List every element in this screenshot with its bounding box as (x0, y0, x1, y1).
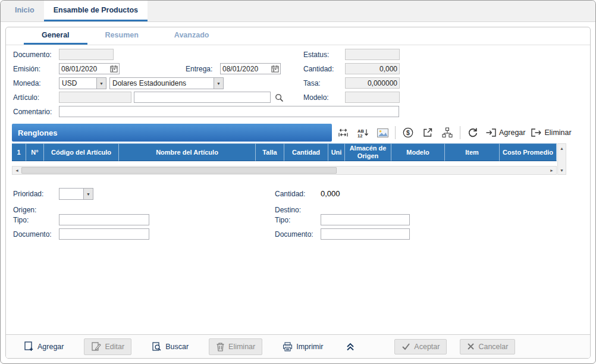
articulo-codigo-input[interactable] (59, 92, 131, 103)
grid-eliminar-button[interactable]: Eliminar (531, 128, 571, 137)
estatus-input[interactable] (345, 49, 400, 60)
documento-label: Documento: (13, 51, 52, 59)
cantidad-total-label: Cantidad: (275, 190, 305, 198)
footer-toolbar: Agregar Editar Buscar Eliminar Imprimir (6, 334, 590, 358)
sort-ab12-icon[interactable]: AB12 (356, 125, 370, 140)
destino-label: Destino: (275, 206, 301, 214)
scroll-up-icon[interactable]: ▲ (558, 144, 566, 152)
grid-eliminar-label: Eliminar (544, 128, 571, 137)
documento-destino-input[interactable] (321, 228, 410, 240)
modelo-input[interactable] (345, 92, 400, 103)
tipo-destino-input[interactable] (321, 214, 410, 225)
export-icon[interactable] (421, 125, 435, 140)
app-window: Inicio Ensamble de Productos General Res… (0, 0, 596, 364)
cantidad-label: Cantidad: (303, 65, 334, 73)
cancelar-button[interactable]: Cancelar (460, 339, 515, 354)
tab-resumen[interactable]: Resumen (87, 27, 156, 45)
prioridad-select[interactable]: ▼ (59, 188, 93, 200)
aceptar-button[interactable]: Aceptar (394, 339, 447, 354)
articulo-nombre-input[interactable] (134, 92, 271, 103)
tab-ensamble-de-productos[interactable]: Ensamble de Productos (44, 1, 148, 21)
hscroll-track[interactable] (337, 167, 547, 174)
grid-col-cantidad[interactable]: Cantidad (284, 143, 328, 161)
grid-toolbar: AB12 $ (336, 125, 572, 140)
calendar-icon[interactable] (270, 65, 280, 73)
grid-col-costo[interactable]: Costo Promedio (500, 143, 557, 161)
tab-inicio[interactable]: Inicio (5, 1, 44, 21)
tipo-origen-label: Tipo: (13, 216, 29, 224)
grid-col-uni[interactable]: Uni (328, 143, 345, 161)
currency-icon[interactable]: $ (401, 125, 415, 140)
buscar-label: Buscar (165, 343, 189, 351)
grid-col-numero[interactable]: N° (26, 143, 44, 161)
add-row-icon (485, 128, 497, 137)
close-icon (467, 343, 475, 350)
cantidad-total-value: 0,000 (321, 189, 340, 198)
image-icon[interactable] (375, 125, 390, 140)
search-document-icon (152, 342, 162, 352)
entrega-date-value: 08/01/2020 (221, 65, 270, 73)
entrega-date-input[interactable]: 08/01/2020 (220, 63, 281, 74)
collapse-toolbar-button[interactable] (343, 340, 357, 353)
imprimir-button[interactable]: Imprimir (275, 338, 330, 355)
search-icon[interactable] (273, 92, 285, 103)
nav-arrows-icon[interactable] (336, 125, 350, 140)
double-chevron-up-icon (346, 343, 355, 351)
scroll-down-icon[interactable]: ▼ (558, 166, 566, 174)
renglones-grid: 1 N° Código del Artículo Nombre del Artí… (12, 143, 584, 175)
refresh-icon[interactable] (466, 125, 480, 140)
imprimir-label: Imprimir (296, 343, 323, 351)
tipo-origen-input[interactable] (59, 214, 149, 225)
documento-origen-label: Documento: (13, 230, 52, 239)
grid-col-item[interactable]: Item (445, 143, 500, 161)
grid-col-almacen[interactable]: Almacén de Origen (345, 143, 391, 161)
emision-date-input[interactable]: 08/01/2020 (59, 63, 120, 74)
main-panel: General Resumen Avanzado Documento: Esta… (5, 27, 591, 359)
moneda-code-select[interactable]: USD ▼ (59, 77, 106, 89)
buscar-button[interactable]: Buscar (145, 338, 196, 355)
hscroll-thumb[interactable] (21, 167, 337, 174)
grid-col-modelo[interactable]: Modelo (391, 143, 445, 161)
grid-agregar-button[interactable]: Agregar (485, 128, 525, 137)
cantidad-input[interactable] (345, 63, 400, 74)
tab-avanzado[interactable]: Avanzado (156, 27, 227, 45)
documento-origen-input[interactable] (59, 228, 149, 240)
grid-vertical-scrollbar[interactable]: ▲ ▼ (557, 143, 566, 175)
moneda-name-select[interactable]: Dolares Estadounidens ▼ (109, 77, 224, 89)
check-icon (401, 343, 410, 350)
grid-col-talla[interactable]: Talla (256, 143, 284, 161)
tab-general[interactable]: General (24, 27, 87, 45)
prioridad-value (59, 189, 83, 199)
inner-tab-bar: General Resumen Avanzado (6, 27, 590, 45)
grid-main: 1 N° Código del Artículo Nombre del Artí… (12, 143, 557, 175)
aceptar-label: Aceptar (414, 343, 440, 351)
top-tab-bar: Inicio Ensamble de Productos (1, 1, 595, 22)
svg-text:12: 12 (357, 133, 362, 138)
chevron-down-icon: ▼ (83, 189, 93, 199)
tasa-label: Tasa: (303, 79, 321, 87)
details-form: Prioridad: ▼ Cantidad: 0,000 Origen: Des… (6, 188, 590, 245)
eliminar-button[interactable]: Eliminar (209, 338, 262, 355)
grid-col-codigo[interactable]: Código del Artículo (44, 143, 119, 161)
tasa-input[interactable] (345, 77, 400, 89)
grid-horizontal-scrollbar[interactable]: ◄ ► (12, 166, 557, 175)
agregar-button[interactable]: Agregar (17, 338, 71, 355)
editar-button[interactable]: Editar (84, 338, 131, 355)
grid-col-nombre[interactable]: Nombre del Artículo (119, 143, 256, 161)
moneda-code-value: USD (59, 78, 96, 89)
entrega-label: Entrega: (186, 65, 212, 73)
trash-icon (216, 342, 225, 352)
chevron-down-icon: ▼ (214, 78, 223, 89)
comentario-input[interactable] (59, 106, 399, 117)
articulo-label: Artículo: (13, 93, 39, 102)
renglones-header: Renglones (12, 124, 332, 142)
bom-structure-icon[interactable] (440, 125, 454, 140)
calendar-icon[interactable] (109, 65, 119, 73)
modelo-label: Modelo: (303, 93, 329, 102)
origen-label: Origen: (13, 206, 36, 214)
scroll-left-icon[interactable]: ◄ (12, 167, 21, 174)
eliminar-label: Eliminar (228, 343, 255, 351)
scroll-right-icon[interactable]: ► (547, 167, 556, 174)
documento-input[interactable] (59, 49, 114, 60)
cancelar-label: Cancelar (478, 343, 508, 351)
